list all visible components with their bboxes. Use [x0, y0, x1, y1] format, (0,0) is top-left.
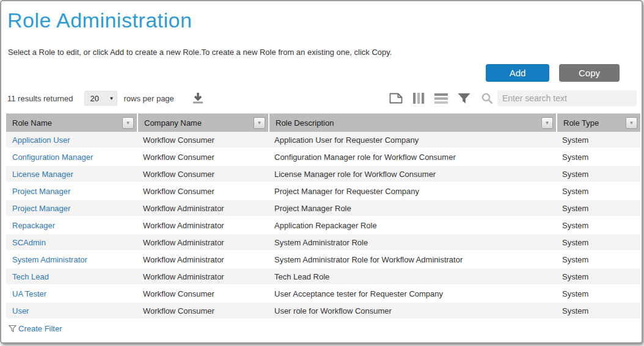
- role-description-cell: Project Manager for Requester Company: [268, 183, 556, 199]
- grid-toolbar: 11 results returned 20 ▼ rows per page: [7, 89, 637, 107]
- roles-grid: Role Name ▼ Company Name ▼ Role Descript…: [6, 114, 640, 337]
- create-filter-link[interactable]: Create Filter: [18, 324, 62, 333]
- column-header-role-description[interactable]: Role Description ▼: [268, 114, 556, 132]
- role-type-cell: System: [556, 166, 640, 182]
- role-name-cell: User: [6, 303, 137, 319]
- table-row: Project ManagerWorkflow AdministratorPro…: [6, 200, 640, 217]
- role-link[interactable]: SCAdmin: [12, 238, 46, 247]
- column-header-role-name[interactable]: Role Name ▼: [6, 114, 137, 132]
- create-filter-funnel-icon: [9, 325, 16, 333]
- role-description-cell: Configuration Manager role for Workflow …: [268, 149, 556, 165]
- role-link[interactable]: Project Manager: [12, 204, 70, 213]
- table-row: RepackagerWorkflow AdministratorApplicat…: [6, 217, 640, 234]
- add-button[interactable]: Add: [486, 64, 549, 82]
- company-name-cell: Workflow Administrator: [137, 200, 268, 216]
- rows-per-page-dropdown[interactable]: 20: [84, 91, 117, 106]
- role-type-cell: System: [556, 269, 640, 284]
- column-chooser-button[interactable]: [412, 92, 425, 105]
- rows-per-page-select[interactable]: 20 ▼: [84, 91, 117, 106]
- table-row: Application UserWorkflow ConsumerApplica…: [6, 132, 640, 149]
- filter-button[interactable]: [457, 92, 471, 105]
- column-header-company-name[interactable]: Company Name ▼: [137, 114, 268, 132]
- popout-page-icon: [389, 98, 403, 107]
- copy-button[interactable]: Copy: [559, 64, 620, 82]
- column-dropdown-button[interactable]: ▼: [254, 117, 265, 129]
- column-label: Company Name: [144, 118, 254, 128]
- row-layout-button[interactable]: [434, 92, 448, 105]
- page-title: Role Administration: [7, 7, 642, 33]
- role-link[interactable]: Configuration Manager: [12, 153, 93, 162]
- company-name-cell: Workflow Administrator: [137, 251, 268, 267]
- column-dropdown-button[interactable]: ▼: [626, 117, 637, 129]
- grid-header-row: Role Name ▼ Company Name ▼ Role Descript…: [6, 114, 640, 132]
- role-link[interactable]: System Administrator: [12, 255, 87, 264]
- role-type-cell: System: [556, 183, 640, 199]
- role-name-cell: System Administrator: [6, 251, 137, 267]
- column-dropdown-button[interactable]: ▼: [122, 117, 134, 129]
- role-description-cell: User Acceptance tester for Requester Com…: [268, 286, 556, 301]
- role-type-cell: System: [556, 132, 640, 148]
- role-description-cell: System Administrator Role for Workflow A…: [268, 251, 556, 267]
- toolbar-right-group: [380, 90, 637, 106]
- search-input[interactable]: [497, 90, 637, 106]
- role-link[interactable]: Repackager: [12, 221, 55, 230]
- column-dropdown-button[interactable]: ▼: [541, 117, 553, 129]
- column-label: Role Type: [563, 118, 626, 128]
- table-row: Project ManagerWorkflow ConsumerProject …: [6, 183, 640, 200]
- company-name-cell: Workflow Administrator: [137, 217, 268, 233]
- table-row: SCAdminWorkflow AdministratorSystem Admi…: [6, 234, 640, 251]
- role-type-cell: System: [556, 234, 640, 250]
- role-type-cell: System: [556, 303, 640, 319]
- company-name-cell: Workflow Consumer: [137, 303, 268, 319]
- company-name-cell: Workflow Administrator: [137, 234, 268, 250]
- rows-per-page-label: rows per page: [123, 94, 174, 103]
- company-name-cell: Workflow Consumer: [137, 286, 268, 301]
- role-name-cell: License Manager: [6, 166, 137, 182]
- role-name-cell: Application User: [6, 132, 137, 148]
- table-body: Application UserWorkflow ConsumerApplica…: [6, 132, 640, 320]
- role-type-cell: System: [556, 251, 640, 267]
- column-label: Role Name: [12, 118, 122, 128]
- role-link[interactable]: Application User: [12, 135, 70, 145]
- page-subtitle: Select a Role to edit, or click Add to c…: [8, 48, 642, 57]
- role-name-cell: UA Tester: [6, 286, 137, 301]
- role-link[interactable]: Tech Lead: [12, 272, 49, 281]
- table-row: License ManagerWorkflow ConsumerLicense …: [6, 166, 640, 183]
- role-description-cell: Tech Lead Role: [268, 269, 556, 284]
- company-name-cell: Workflow Consumer: [137, 149, 268, 165]
- actions-row: Add Copy: [1, 64, 620, 82]
- role-name-cell: Repackager: [6, 217, 137, 233]
- role-description-cell: License Manager role for Workflow Consum…: [268, 166, 556, 182]
- popout-page-button[interactable]: [389, 92, 403, 105]
- column-header-role-type[interactable]: Role Type ▼: [556, 114, 640, 132]
- table-row: Configuration ManagerWorkflow ConsumerCo…: [6, 149, 640, 166]
- download-icon: [191, 98, 205, 107]
- role-type-cell: System: [556, 286, 640, 301]
- role-link[interactable]: User: [12, 306, 29, 315]
- role-name-cell: SCAdmin: [6, 234, 137, 250]
- role-description-cell: User role for Workflow Consumer: [268, 303, 556, 319]
- role-description-cell: Project Manager Role: [268, 200, 556, 216]
- row-layout-icon: [434, 98, 448, 107]
- role-link[interactable]: Project Manager: [12, 187, 70, 196]
- role-type-cell: System: [556, 200, 640, 216]
- role-name-cell: Project Manager: [6, 200, 137, 216]
- company-name-cell: Workflow Consumer: [137, 166, 268, 182]
- column-chooser-icon: [412, 98, 425, 107]
- role-name-cell: Tech Lead: [6, 269, 137, 284]
- role-description-cell: System Administrator Role: [268, 234, 556, 250]
- role-description-cell: Application Repackager Role: [268, 217, 556, 233]
- search-icon: [481, 92, 494, 105]
- filter-icon: [457, 98, 471, 107]
- company-name-cell: Workflow Consumer: [137, 183, 268, 199]
- table-row: Tech LeadWorkflow AdministratorTech Lead…: [6, 269, 640, 286]
- role-administration-panel: Role Administration Select a Role to edi…: [0, 0, 643, 344]
- company-name-cell: Workflow Administrator: [137, 269, 268, 284]
- role-link[interactable]: License Manager: [12, 170, 73, 179]
- role-name-cell: Project Manager: [6, 183, 137, 199]
- table-row: UserWorkflow ConsumerUser role for Workf…: [6, 303, 640, 320]
- download-button[interactable]: [191, 91, 205, 106]
- role-name-cell: Configuration Manager: [6, 149, 137, 165]
- role-description-cell: Application User for Requester Company: [268, 132, 556, 148]
- role-link[interactable]: UA Tester: [12, 289, 46, 298]
